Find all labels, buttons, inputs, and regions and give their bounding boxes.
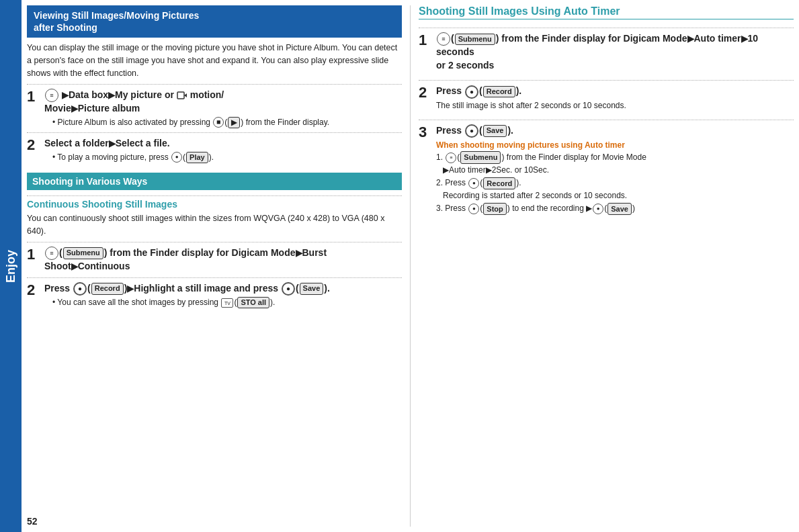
right-step-2: 2 Press ●(Record). The still image is sh… bbox=[419, 80, 794, 111]
step-num-c2: 2 bbox=[27, 282, 39, 298]
tv-icon: TV bbox=[221, 298, 233, 308]
circle-play-icon: ● bbox=[171, 152, 182, 163]
circle-ms2: ● bbox=[468, 178, 479, 189]
section-viewing: Viewing Still Images/Moving Picturesafte… bbox=[27, 5, 402, 167]
step-2-content: Select a folder▶Select a file. To play a… bbox=[44, 137, 402, 163]
step-1-viewing: 1 ≡ ▶Data box▶My picture or motion/Movie… bbox=[27, 84, 402, 128]
play-badge: Play bbox=[186, 152, 208, 163]
moving-step-3: 3. Press ●(Stop) to end the recording ▶●… bbox=[436, 202, 794, 215]
submenu-badge-r1: Submenu bbox=[455, 34, 495, 45]
step-1-continuous: 1 ≡(Submenu) from the Finder display for… bbox=[27, 242, 402, 273]
step-2-viewing: 2 Select a folder▶Select a file. To play… bbox=[27, 132, 402, 163]
section-viewing-header: Viewing Still Images/Moving Picturesafte… bbox=[27, 5, 402, 38]
right-step-num-3: 3 bbox=[419, 124, 431, 140]
step-1-text: ≡ ▶Data box▶My picture or motion/Movie▶P… bbox=[44, 89, 402, 116]
menu-icon-ms1: ≡ bbox=[446, 152, 456, 163]
menu-icon-c1: ≡ bbox=[45, 247, 58, 260]
right-step-1-text: ≡(Submenu) from the Finder display for D… bbox=[436, 32, 794, 72]
right-step-3-content: Press ●(Save). When shooting moving pict… bbox=[436, 124, 794, 216]
circle-save: ● bbox=[282, 282, 295, 296]
page-number: 52 bbox=[27, 511, 402, 527]
section-shooting-ways-header: Shooting in Various Ways bbox=[27, 173, 402, 190]
record-badge-r2: Record bbox=[483, 86, 515, 97]
circle-icon-small: ◼ bbox=[213, 117, 224, 128]
right-step-2-sub: The still image is shot after 2 seconds … bbox=[436, 100, 794, 112]
step-number-2: 2 bbox=[27, 137, 39, 153]
step-2-continuous: 2 Press ●(Record)▶Highlight a still imag… bbox=[27, 277, 402, 309]
left-column: Viewing Still Images/Moving Picturesafte… bbox=[27, 5, 402, 527]
step-2-bullet: To play a moving picture, press ●(Play). bbox=[52, 152, 402, 164]
circle-record: ● bbox=[73, 282, 87, 296]
step-c2-text: Press ●(Record)▶Highlight a still image … bbox=[44, 282, 402, 296]
section-continuous: Continuous Shooting Still Images You can… bbox=[27, 193, 402, 312]
save-badge-ms3: Save bbox=[607, 203, 632, 216]
step-2-text: Select a folder▶Select a file. bbox=[44, 137, 402, 150]
right-step-1: 1 ≡(Submenu) from the Finder display for… bbox=[419, 28, 794, 72]
circle-r3: ● bbox=[465, 124, 478, 138]
moving-step-1: 1. ≡(Submenu) from the Finder display fo… bbox=[436, 151, 794, 176]
right-step-1-content: ≡(Submenu) from the Finder display for D… bbox=[436, 32, 794, 72]
svg-rect-0 bbox=[177, 92, 184, 99]
step-c2-bullet: You can save all the shot images by pres… bbox=[52, 297, 402, 309]
record-badge: Record bbox=[91, 283, 124, 294]
right-step-2-text: Press ●(Record). bbox=[436, 85, 794, 98]
circle-ms3: ● bbox=[468, 204, 479, 214]
right-step-2-content: Press ●(Record). The still image is shot… bbox=[436, 85, 794, 111]
menu-icon: ≡ bbox=[45, 89, 58, 102]
right-step-num-1: 1 bbox=[419, 32, 431, 48]
record-badge-ms2: Record bbox=[483, 177, 515, 190]
menu-icon-r1: ≡ bbox=[437, 32, 450, 46]
circle-ms3b: ● bbox=[593, 204, 603, 214]
right-step-3: 3 Press ●(Save). When shooting moving pi… bbox=[419, 120, 794, 216]
step-1-bullet: Picture Album is also activated by press… bbox=[52, 117, 402, 129]
step-c1-content: ≡(Submenu) from the Finder display for D… bbox=[44, 247, 402, 273]
submenu-badge-ms1: Submenu bbox=[460, 151, 501, 164]
right-section-header: Shooting Still Images Using Auto Timer bbox=[419, 5, 794, 19]
right-column: Shooting Still Images Using Auto Timer 1… bbox=[410, 5, 794, 527]
step-num-c1: 1 bbox=[27, 247, 39, 263]
right-step-num-2: 2 bbox=[419, 85, 431, 101]
step-c2-content: Press ●(Record)▶Highlight a still image … bbox=[44, 282, 402, 309]
play-badge-small: ▶ bbox=[228, 117, 240, 128]
step-1-content: ≡ ▶Data box▶My picture or motion/Movie▶P… bbox=[44, 89, 402, 128]
section-shooting-ways: Shooting in Various Ways bbox=[27, 173, 402, 193]
moving-pictures-subheader: When shooting moving pictures using Auto… bbox=[436, 140, 794, 150]
circle-r2: ● bbox=[465, 85, 478, 99]
step-c1-text: ≡(Submenu) from the Finder display for D… bbox=[44, 247, 402, 273]
save-badge-r3: Save bbox=[483, 125, 507, 136]
sidebar-label: Enjoy bbox=[0, 0, 22, 532]
stop-badge-ms3: Stop bbox=[483, 203, 506, 216]
right-step-3-text: Press ●(Save). bbox=[436, 124, 794, 138]
save-badge: Save bbox=[300, 283, 324, 294]
step-number-1: 1 bbox=[27, 89, 39, 105]
submenu-badge-c1: Submenu bbox=[63, 247, 103, 259]
section-continuous-body: You can continuously shoot still images … bbox=[27, 212, 402, 238]
section-viewing-body: You can display the still image or the m… bbox=[27, 42, 402, 79]
sto-badge: STO all bbox=[237, 297, 269, 308]
motion-icon bbox=[177, 91, 187, 100]
moving-step-2: 2. Press ●(Record). Recording is started… bbox=[436, 177, 794, 202]
section-continuous-header: Continuous Shooting Still Images bbox=[27, 195, 402, 210]
